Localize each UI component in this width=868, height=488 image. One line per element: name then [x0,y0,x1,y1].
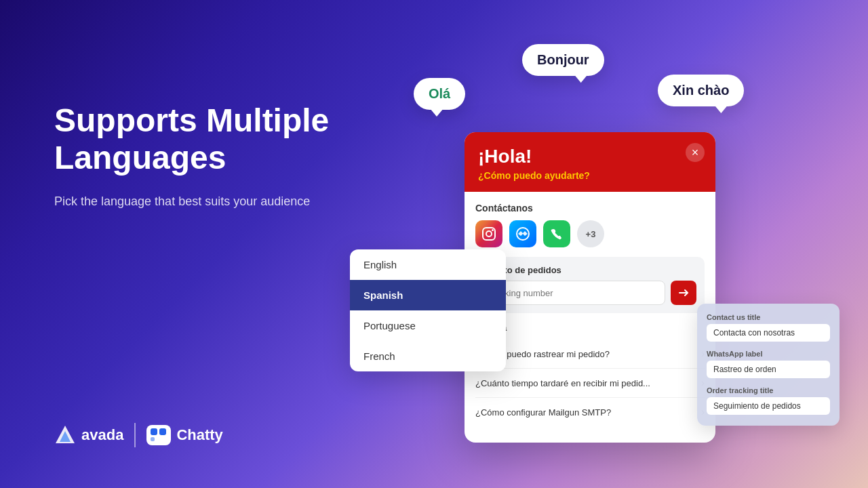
help-title: r ayuda [475,323,705,333]
chatty-logo: Chatty [146,425,222,445]
contact-icons: +3 [475,220,705,247]
logo-divider [134,423,136,447]
settings-panel: Contact us title Contacta con nosotras W… [697,304,840,426]
tracking-input[interactable] [484,281,665,305]
chatty-icon [146,425,171,445]
whatsapp-label-field: WhatsApp label Rastreo de orden [707,350,830,378]
contact-title: Contáctanos [475,203,705,214]
lang-item-english[interactable]: English [350,249,506,280]
order-tracking-value: Seguimiento de pedidos [707,397,830,415]
contact-us-value: Contacta con nosotras [707,324,830,342]
contact-us-label: Contact us title [707,313,830,321]
help-section: r ayuda ¿Cómo puedo rastrear mi pedido? … [475,323,705,426]
chat-close-button[interactable]: × [686,143,705,162]
main-heading: Supports Multiple Languages [54,102,346,176]
faq-item[interactable]: ¿Cómo configurar Mailgun SMTP? › [475,398,705,426]
avada-logo: avada [54,424,123,446]
left-content: Supports Multiple Languages Pick the lan… [54,102,346,211]
svg-rect-4 [151,437,155,441]
phone-icon[interactable] [543,220,570,247]
bubble-ola: Olá [414,78,465,110]
avada-label: avada [81,426,123,444]
lang-item-portuguese[interactable]: Portuguese [350,310,506,341]
contact-section: Contáctanos [475,203,705,247]
lang-item-spanish[interactable]: Spanish [350,280,506,310]
svg-point-6 [486,231,492,237]
svg-rect-2 [151,428,157,435]
whatsapp-value: Rastreo de orden [707,361,830,378]
lang-item-french[interactable]: French [350,341,506,371]
more-channels-button[interactable]: +3 [577,220,604,247]
tracking-section: miento de pedidos [475,257,705,313]
faq-item[interactable]: ¿Cómo puedo rastrear mi pedido? › [475,340,705,369]
contact-us-title-field: Contact us title Contacta con nosotras [707,313,830,342]
order-tracking-field: Order tracking title Seguimiento de pedi… [707,386,830,415]
avada-icon [54,424,76,446]
bubble-bonjour: Bonjour [522,44,604,76]
tracking-title: miento de pedidos [484,265,696,275]
faq-item[interactable]: ¿Cuánto tiempo tardaré en recibir mi ped… [475,369,705,398]
order-tracking-label: Order tracking title [707,386,830,394]
svg-rect-3 [159,428,166,435]
instagram-icon[interactable] [475,220,502,247]
whatsapp-label: WhatsApp label [707,350,830,358]
logo-bar: avada Chatty [54,423,223,447]
chatty-label: Chatty [176,426,222,444]
messenger-icon[interactable] [509,220,536,247]
language-dropdown: English Spanish Portuguese French [350,249,506,371]
sub-text: Pick the language that best suits your a… [54,192,346,211]
chat-header: ¡Hola! ¿Cómo puedo ayudarte? × [465,132,715,192]
svg-point-7 [492,229,494,231]
bubble-xinchao: Xin chào [658,75,744,106]
tracking-input-row [484,281,696,305]
chatty-bubble-icon [151,428,167,442]
tracking-submit-button[interactable] [671,281,696,305]
chat-subtitle: ¿Cómo puedo ayudarte? [478,170,702,181]
chat-title: ¡Hola! [478,146,702,167]
